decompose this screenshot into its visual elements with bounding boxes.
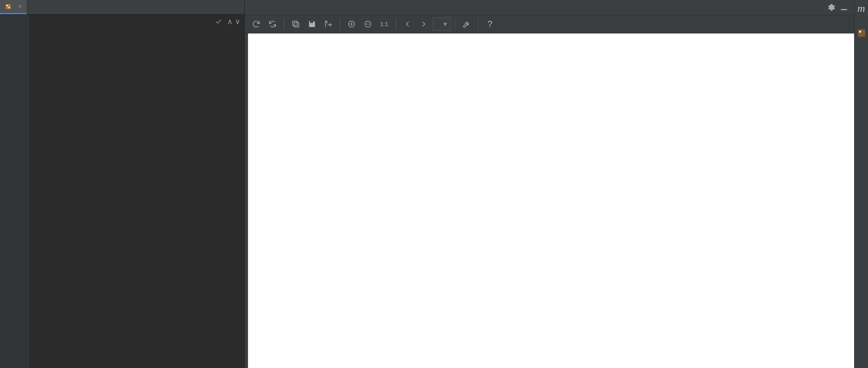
back-icon[interactable] xyxy=(400,17,415,31)
gear-icon[interactable] xyxy=(826,3,835,12)
zoom-in-icon[interactable] xyxy=(344,17,359,31)
svg-rect-0 xyxy=(6,4,11,9)
file-tab[interactable]: × xyxy=(0,0,27,14)
zoom-out-icon[interactable] xyxy=(361,17,375,31)
svg-rect-2 xyxy=(9,7,10,8)
svg-rect-12 xyxy=(858,29,865,37)
refresh-icon[interactable] xyxy=(249,17,264,31)
svg-rect-6 xyxy=(310,21,313,23)
m-logo-icon: m xyxy=(857,2,865,15)
help-icon[interactable]: ? xyxy=(483,17,497,31)
forward-icon[interactable] xyxy=(416,17,431,31)
editor-body[interactable]: ∧ ∨ xyxy=(0,15,244,368)
diagram-area[interactable] xyxy=(248,33,854,368)
inspection-widget[interactable]: ∧ ∨ xyxy=(215,17,240,26)
editor-pane: × ∧ ∨ xyxy=(0,0,245,368)
svg-rect-1 xyxy=(7,5,8,6)
prev-highlight-icon[interactable]: ∧ xyxy=(227,17,232,26)
svg-rect-4 xyxy=(294,22,299,27)
svg-rect-5 xyxy=(293,21,297,26)
preview-toolbar: 1:1 ? xyxy=(245,15,854,33)
copy-icon[interactable] xyxy=(288,17,303,31)
sidebar-item-plantuml[interactable] xyxy=(858,29,865,39)
export-icon[interactable] xyxy=(321,17,336,31)
zoom-actual-icon[interactable]: 1:1 xyxy=(377,17,392,31)
next-highlight-icon[interactable]: ∨ xyxy=(235,17,240,26)
svg-rect-13 xyxy=(859,31,861,33)
minimize-icon[interactable] xyxy=(839,3,848,12)
save-icon[interactable] xyxy=(305,17,319,31)
code-area[interactable] xyxy=(29,15,244,368)
puml-file-icon xyxy=(5,3,11,10)
close-tab-icon[interactable]: × xyxy=(18,3,22,10)
auto-refresh-icon[interactable] xyxy=(265,17,280,31)
check-icon xyxy=(215,18,222,25)
preview-pane: 1:1 ? xyxy=(245,0,854,368)
preview-header xyxy=(245,0,854,15)
plantuml-icon xyxy=(858,29,865,37)
right-tool-strip: m xyxy=(854,0,868,368)
wrench-icon[interactable] xyxy=(459,17,474,31)
pages-combo[interactable] xyxy=(433,18,451,31)
connector-lines xyxy=(248,33,854,368)
line-gutter xyxy=(0,15,29,368)
tab-bar: × xyxy=(0,0,244,15)
